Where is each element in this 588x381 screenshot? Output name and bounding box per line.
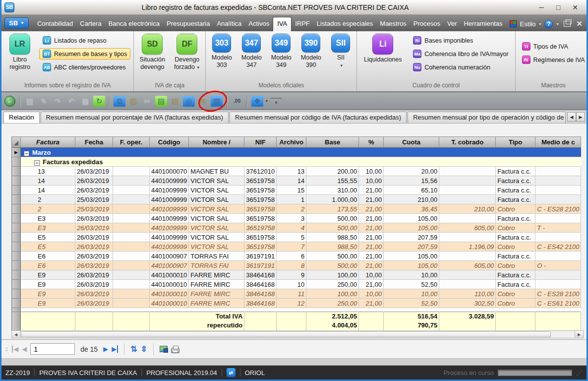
open-icon[interactable]: ▨ <box>24 96 36 107</box>
collapse-all-rows-icon[interactable]: ⇅ <box>130 344 137 354</box>
row-selector[interactable] <box>12 176 21 186</box>
print-icon[interactable]: ▤ <box>155 96 167 107</box>
column-header-f-oper[interactable]: F. oper. <box>113 137 150 148</box>
style-label[interactable]: Estilo <box>520 20 536 28</box>
row-selector[interactable] <box>12 204 21 214</box>
menu-item-banca-electr-nica[interactable]: Banca electrónica <box>105 17 163 30</box>
group-row-month[interactable]: ▶−Marzo <box>12 148 581 157</box>
layout-icon[interactable]: ❖ <box>251 96 263 107</box>
column-header-[interactable]: % <box>359 137 384 148</box>
invoice-row[interactable]: 1426/03/20194401009999VICTOR SAL36519758… <box>12 176 581 186</box>
prev-page-button[interactable]: ◀ <box>22 345 27 353</box>
style-color-icon[interactable] <box>510 20 517 27</box>
invoice-row[interactable]: 1426/03/20194401009999VICTOR SAL36519758… <box>12 186 581 195</box>
row-selector[interactable] <box>12 195 21 204</box>
app-menu-button[interactable]: SB ▼ <box>4 17 29 29</box>
tab-resumen-mensual-por-tipo-de-operaci-n-y-[interactable]: Resumen mensual por tipo de operación y … <box>408 112 566 123</box>
column-header-c-digo[interactable]: Código <box>150 137 189 148</box>
modelo-349-button[interactable]: 349 Modelo 349 <box>268 34 294 69</box>
paste-icon[interactable]: ▥ <box>127 96 139 107</box>
column-options-icon[interactable]: ▾ <box>270 98 282 106</box>
preview-icon[interactable]: ◎ <box>183 96 195 107</box>
invoice-row[interactable]: E526/03/20194401009999VICTOR SAL36519758… <box>12 233 581 242</box>
cut-icon[interactable]: ✂ <box>141 96 153 107</box>
scroll-right-icon[interactable]: ▶ <box>575 331 583 338</box>
menu-item-anal-tica[interactable]: Analítica <box>213 17 245 30</box>
style-dropdown-icon[interactable]: ▾ <box>539 22 541 26</box>
row-selector[interactable] <box>12 252 21 261</box>
refresh-icon[interactable]: ↻ <box>93 96 105 107</box>
copy-icon[interactable]: ⧉ <box>114 96 125 107</box>
menu-item-iva[interactable]: IVA <box>273 17 292 31</box>
row-selector[interactable] <box>12 214 21 223</box>
resumen-bases-tipos-button[interactable]: BT Resumen de bases y tipos <box>39 48 130 60</box>
coherencia-libro-iva-mayor-button[interactable]: Ma Coherencia libro de IVA/mayor <box>410 48 512 60</box>
row-selector[interactable] <box>12 167 21 176</box>
column-header-medio-de-c[interactable]: Medio de c <box>535 137 581 148</box>
menu-item-procesos[interactable]: Procesos <box>410 17 444 30</box>
group-row-section[interactable]: −Facturas expedidas <box>12 157 581 167</box>
regimenes-de-iva-button[interactable]: RI Regímenes de IVA <box>519 54 587 65</box>
back-icon[interactable]: ← <box>4 96 15 107</box>
restore-window-icon[interactable] <box>564 21 571 27</box>
page-number-input[interactable] <box>30 343 75 355</box>
column-header-factura[interactable]: Factura <box>21 137 75 148</box>
cobro-row[interactable]: 225/03/20194401009999VICTOR SAL365197582… <box>12 204 581 214</box>
abc-clientes-proveedores-button[interactable]: AB ABC clientes/proveedores <box>39 62 130 73</box>
save-icon[interactable]: ▦ <box>79 96 91 107</box>
invoice-row[interactable]: 225/03/20194401009999VICTOR SAL365197581… <box>12 195 581 204</box>
teamviewer-icon[interactable]: ⇄ <box>227 368 235 377</box>
column-header-fecha[interactable]: Fecha <box>75 137 113 148</box>
row-selector[interactable] <box>12 299 21 308</box>
column-header-cuota[interactable]: Cuota <box>384 137 439 148</box>
horizontal-scrollbar[interactable]: ◀ ▶ <box>11 330 584 338</box>
report-designer-icon[interactable]: ▧ <box>211 96 223 107</box>
maximize-button[interactable]: □ <box>550 1 567 13</box>
undo-icon[interactable]: ↶ <box>65 96 77 107</box>
cobro-row[interactable]: E926/03/20194401000010FARRE MIRC38464168… <box>12 289 581 299</box>
menu-item-ver[interactable]: Ver <box>444 17 461 30</box>
resize-grip-icon[interactable]: ⋰ <box>576 369 583 377</box>
menu-item-herramientas[interactable]: Herramientas <box>460 17 506 30</box>
expand-all-rows-icon[interactable]: ⇕ <box>141 344 147 354</box>
devengo-forzado-button[interactable]: DF Devengo forzado▼ <box>172 34 202 71</box>
invoice-row[interactable]: E626/03/20194401000907TORRAS FAI36197191… <box>12 252 581 261</box>
scrollbar-thumb[interactable] <box>21 331 551 337</box>
tab-scroll-right-icon[interactable]: ▶ <box>576 112 585 122</box>
column-header-nombre[interactable]: Nombre / <box>189 137 244 148</box>
close-button[interactable]: ✕ <box>567 1 584 13</box>
scroll-left-icon[interactable]: ◀ <box>12 331 20 338</box>
print-direct-icon[interactable]: ▤ <box>169 96 181 107</box>
row-selector[interactable] <box>12 289 21 299</box>
collapse-icon[interactable]: − <box>34 160 40 166</box>
menu-item-maestros[interactable]: Maestros <box>376 17 410 30</box>
decimals-icon[interactable]: .00 <box>231 96 243 107</box>
cobro-row[interactable]: E526/03/20194401009999VICTOR SAL36519758… <box>12 242 581 252</box>
row-selector[interactable] <box>12 242 21 252</box>
menu-item-cartera[interactable]: Cartera <box>76 17 105 30</box>
first-page-button[interactable]: ◀ <box>12 345 18 353</box>
tab-scroll-left-icon[interactable]: ◀ <box>567 112 576 122</box>
column-header-nif[interactable]: NIF <box>244 137 277 148</box>
row-selector[interactable] <box>12 261 21 270</box>
minimize-button[interactable]: ─ <box>533 1 550 13</box>
menu-item-irpf[interactable]: IRPF <box>292 17 313 30</box>
sii-button[interactable]: SII SII ▼ <box>328 34 353 69</box>
tab-resumen-mensual-por-c-digo-de-iva-factur[interactable]: Resumen mensual por código de IVA (factu… <box>230 112 407 123</box>
row-selector[interactable] <box>12 233 21 242</box>
next-page-button[interactable]: ▶ <box>103 345 108 353</box>
column-header-base[interactable]: Base <box>306 137 359 148</box>
redo-icon[interactable]: ↷ <box>52 96 63 107</box>
help-dropdown-icon[interactable]: ▾ <box>556 22 558 26</box>
select-all-corner[interactable] <box>12 137 21 148</box>
cobro-row[interactable]: E326/03/20194401009999VICTOR SAL36519758… <box>12 223 581 233</box>
print-icon[interactable] <box>171 348 179 353</box>
row-selector[interactable] <box>12 270 21 280</box>
tab-resumen-mensual-por-porcentaje-de-iva-fa[interactable]: Resumen mensual por porcentaje de IVA (f… <box>41 112 229 123</box>
tipos-de-iva-button[interactable]: TI Tipos de IVA <box>519 41 587 52</box>
modelo-303-button[interactable]: 303 Modelo 303 <box>209 34 235 69</box>
libro-registro-button[interactable]: LR Libro registro <box>4 34 35 71</box>
cobro-row[interactable]: E626/03/20194401000907TORRAS FAI36197191… <box>12 261 581 270</box>
menu-item-listados-especiales[interactable]: Listados especiales <box>313 17 376 30</box>
menu-item-contabilidad[interactable]: Contabilidad <box>34 17 76 30</box>
